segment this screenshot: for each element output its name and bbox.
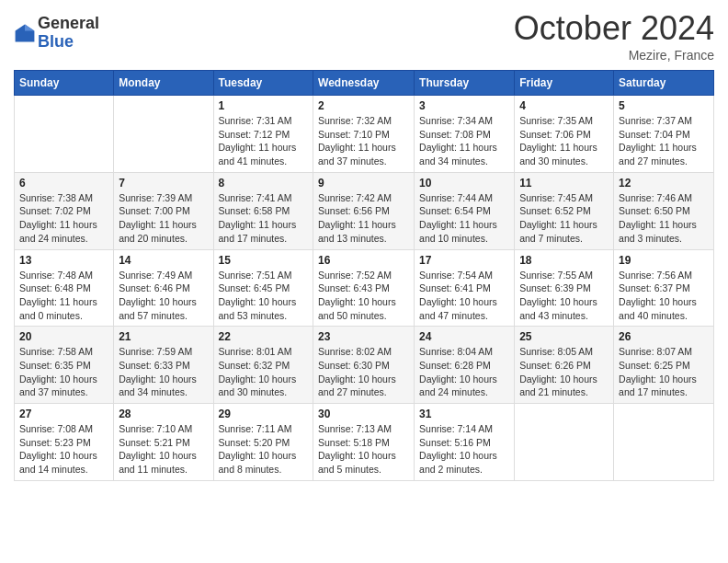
day-number: 19 <box>619 254 709 267</box>
day-number: 26 <box>619 330 709 343</box>
day-header-wednesday: Wednesday <box>313 71 415 96</box>
calendar-cell: 31Sunrise: 7:14 AMSunset: 5:16 PMDayligh… <box>415 404 515 481</box>
day-number: 10 <box>419 177 509 190</box>
title-area: October 2024 Mezire, France <box>514 9 714 63</box>
day-number: 29 <box>219 408 309 420</box>
svg-marker-1 <box>25 24 34 30</box>
calendar-cell <box>15 96 114 173</box>
calendar-cell: 13Sunrise: 7:48 AMSunset: 6:48 PMDayligh… <box>15 249 114 327</box>
day-detail: Sunrise: 7:13 AMSunset: 5:18 PMDaylight:… <box>318 422 409 477</box>
day-detail: Sunrise: 7:31 AMSunset: 7:12 PMDaylight:… <box>219 114 309 168</box>
month-title: October 2024 <box>514 9 714 48</box>
calendar-cell: 15Sunrise: 7:51 AMSunset: 6:45 PMDayligh… <box>213 249 313 327</box>
day-header-saturday: Saturday <box>614 71 714 96</box>
day-number: 31 <box>419 408 509 420</box>
day-detail: Sunrise: 7:45 AMSunset: 6:52 PMDaylight:… <box>519 191 609 246</box>
calendar-cell: 25Sunrise: 8:05 AMSunset: 6:26 PMDayligh… <box>515 327 614 404</box>
day-detail: Sunrise: 7:14 AMSunset: 5:16 PMDaylight:… <box>419 422 509 477</box>
logo-icon <box>14 22 36 44</box>
calendar-cell: 22Sunrise: 8:01 AMSunset: 6:32 PMDayligh… <box>213 327 313 404</box>
day-number: 18 <box>519 254 609 267</box>
day-detail: Sunrise: 8:04 AMSunset: 6:28 PMDaylight:… <box>419 345 509 399</box>
logo: General Blue <box>14 15 99 52</box>
day-number: 2 <box>318 99 409 112</box>
day-number: 6 <box>19 177 108 190</box>
calendar-cell: 17Sunrise: 7:54 AMSunset: 6:41 PMDayligh… <box>415 249 515 327</box>
calendar-cell: 12Sunrise: 7:46 AMSunset: 6:50 PMDayligh… <box>614 172 714 249</box>
calendar-cell: 29Sunrise: 7:11 AMSunset: 5:20 PMDayligh… <box>213 404 313 481</box>
day-detail: Sunrise: 7:41 AMSunset: 6:58 PMDaylight:… <box>219 191 309 246</box>
calendar-cell: 5Sunrise: 7:37 AMSunset: 7:04 PMDaylight… <box>614 96 714 173</box>
day-header-tuesday: Tuesday <box>213 71 313 96</box>
day-detail: Sunrise: 7:55 AMSunset: 6:39 PMDaylight:… <box>519 269 609 323</box>
calendar-cell: 7Sunrise: 7:39 AMSunset: 7:00 PMDaylight… <box>114 172 213 249</box>
week-row-1: 1Sunrise: 7:31 AMSunset: 7:12 PMDaylight… <box>15 96 714 173</box>
logo-blue-text: Blue <box>38 33 99 52</box>
day-number: 22 <box>219 330 309 343</box>
day-number: 12 <box>619 177 709 190</box>
calendar-cell: 28Sunrise: 7:10 AMSunset: 5:21 PMDayligh… <box>114 404 213 481</box>
calendar-cell: 10Sunrise: 7:44 AMSunset: 6:54 PMDayligh… <box>415 172 515 249</box>
day-number: 16 <box>318 254 409 267</box>
calendar-cell: 8Sunrise: 7:41 AMSunset: 6:58 PMDaylight… <box>213 172 313 249</box>
calendar-cell: 23Sunrise: 8:02 AMSunset: 6:30 PMDayligh… <box>313 327 415 404</box>
calendar-cell: 24Sunrise: 8:04 AMSunset: 6:28 PMDayligh… <box>415 327 515 404</box>
day-detail: Sunrise: 7:46 AMSunset: 6:50 PMDaylight:… <box>619 191 709 246</box>
day-number: 30 <box>318 408 409 420</box>
week-row-3: 13Sunrise: 7:48 AMSunset: 6:48 PMDayligh… <box>15 249 714 327</box>
day-number: 25 <box>519 330 609 343</box>
logo-text: General Blue <box>38 15 99 52</box>
day-detail: Sunrise: 7:42 AMSunset: 6:56 PMDaylight:… <box>318 191 409 246</box>
calendar-cell: 20Sunrise: 7:58 AMSunset: 6:35 PMDayligh… <box>15 327 114 404</box>
day-detail: Sunrise: 8:01 AMSunset: 6:32 PMDaylight:… <box>219 345 309 399</box>
day-number: 13 <box>19 254 108 267</box>
day-detail: Sunrise: 7:58 AMSunset: 6:35 PMDaylight:… <box>19 345 108 399</box>
day-number: 23 <box>318 330 409 343</box>
day-detail: Sunrise: 7:52 AMSunset: 6:43 PMDaylight:… <box>318 269 409 323</box>
day-detail: Sunrise: 7:51 AMSunset: 6:45 PMDaylight:… <box>219 269 309 323</box>
day-header-row: SundayMondayTuesdayWednesdayThursdayFrid… <box>15 71 714 96</box>
week-row-4: 20Sunrise: 7:58 AMSunset: 6:35 PMDayligh… <box>15 327 714 404</box>
week-row-5: 27Sunrise: 7:08 AMSunset: 5:23 PMDayligh… <box>15 404 714 481</box>
day-number: 24 <box>419 330 509 343</box>
calendar-cell: 2Sunrise: 7:32 AMSunset: 7:10 PMDaylight… <box>313 96 415 173</box>
day-number: 15 <box>219 254 309 267</box>
location: Mezire, France <box>514 48 714 63</box>
page-header: General Blue October 2024 Mezire, France <box>14 9 714 63</box>
calendar-table: SundayMondayTuesdayWednesdayThursdayFrid… <box>14 70 714 481</box>
day-number: 17 <box>419 254 509 267</box>
day-number: 14 <box>119 254 208 267</box>
calendar-cell: 16Sunrise: 7:52 AMSunset: 6:43 PMDayligh… <box>313 249 415 327</box>
day-number: 20 <box>19 330 108 343</box>
calendar-cell: 3Sunrise: 7:34 AMSunset: 7:08 PMDaylight… <box>415 96 515 173</box>
day-number: 7 <box>119 177 208 190</box>
day-detail: Sunrise: 7:35 AMSunset: 7:06 PMDaylight:… <box>519 114 609 168</box>
calendar-cell <box>515 404 614 481</box>
day-number: 5 <box>619 99 709 112</box>
day-detail: Sunrise: 7:44 AMSunset: 6:54 PMDaylight:… <box>419 191 509 246</box>
calendar-cell: 1Sunrise: 7:31 AMSunset: 7:12 PMDaylight… <box>213 96 313 173</box>
week-row-2: 6Sunrise: 7:38 AMSunset: 7:02 PMDaylight… <box>15 172 714 249</box>
day-detail: Sunrise: 7:38 AMSunset: 7:02 PMDaylight:… <box>19 191 108 246</box>
day-header-monday: Monday <box>114 71 213 96</box>
calendar-cell: 30Sunrise: 7:13 AMSunset: 5:18 PMDayligh… <box>313 404 415 481</box>
day-detail: Sunrise: 7:32 AMSunset: 7:10 PMDaylight:… <box>318 114 409 168</box>
calendar-cell <box>614 404 714 481</box>
day-detail: Sunrise: 8:05 AMSunset: 6:26 PMDaylight:… <box>519 345 609 399</box>
day-detail: Sunrise: 7:37 AMSunset: 7:04 PMDaylight:… <box>619 114 709 168</box>
day-header-thursday: Thursday <box>415 71 515 96</box>
calendar-cell: 9Sunrise: 7:42 AMSunset: 6:56 PMDaylight… <box>313 172 415 249</box>
day-number: 1 <box>219 99 309 112</box>
calendar-cell: 6Sunrise: 7:38 AMSunset: 7:02 PMDaylight… <box>15 172 114 249</box>
logo-general-text: General <box>38 15 99 33</box>
day-number: 28 <box>119 408 208 420</box>
day-number: 27 <box>19 408 108 420</box>
day-detail: Sunrise: 7:54 AMSunset: 6:41 PMDaylight:… <box>419 269 509 323</box>
day-detail: Sunrise: 7:34 AMSunset: 7:08 PMDaylight:… <box>419 114 509 168</box>
day-number: 21 <box>119 330 208 343</box>
calendar-cell: 21Sunrise: 7:59 AMSunset: 6:33 PMDayligh… <box>114 327 213 404</box>
day-number: 3 <box>419 99 509 112</box>
calendar-body: 1Sunrise: 7:31 AMSunset: 7:12 PMDaylight… <box>15 96 714 481</box>
day-number: 8 <box>219 177 309 190</box>
calendar-cell: 27Sunrise: 7:08 AMSunset: 5:23 PMDayligh… <box>15 404 114 481</box>
